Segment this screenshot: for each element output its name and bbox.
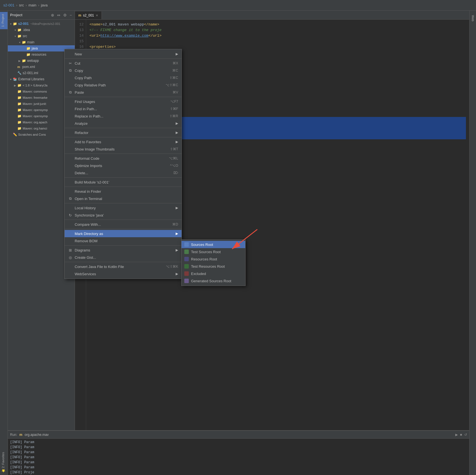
xml-icon: m (17, 65, 20, 69)
menu-item-optimize-imports[interactable]: Optimize Imports ^⌥O (65, 162, 182, 169)
separator (65, 187, 182, 187)
globe-icon[interactable]: ⊕ (50, 12, 55, 18)
menu-item-cut[interactable]: ✂Cut ⌘X (65, 60, 182, 67)
menu-item-synchronize[interactable]: ↻Synchronize 'java' (65, 211, 182, 219)
generated-sources-root-label: Generated Sources Root (191, 279, 231, 283)
submenu-item-resources-root[interactable]: Resources Root (182, 255, 245, 263)
lib-icon: 📁 (17, 102, 22, 106)
generated-sources-root-icon (184, 279, 189, 283)
split-icon[interactable]: ⇔ (56, 12, 61, 18)
submenu-arrow: ▶ (176, 52, 178, 56)
code-line-15 (89, 39, 466, 44)
menu-item-remove-bom[interactable]: Remove BOM (65, 237, 182, 244)
menu-item-create-gist[interactable]: ◎Create Gist... (65, 254, 182, 261)
gist-icon: ◎ (68, 255, 72, 260)
excluded-label: Excluded (191, 272, 206, 276)
arrow-svg (229, 227, 263, 255)
gear-icon[interactable]: ⚙ (63, 12, 67, 18)
right-tab-web[interactable]: Web (470, 13, 476, 23)
code-line-13: <!-- FIXME change it to the proje (89, 27, 466, 33)
menu-item-open-terminal[interactable]: ⧉Open in Terminal (65, 195, 182, 202)
submenu-arrow: ▶ (176, 248, 178, 252)
separator (65, 128, 182, 128)
tab-label: s2_001 (83, 13, 94, 17)
folder-icon: 📁 (17, 28, 22, 32)
tree-item-src[interactable]: ▾ 📁 src (8, 33, 75, 39)
minimize-icon[interactable]: − (69, 12, 72, 18)
menu-item-mark-directory[interactable]: Mark Directory as ▶ (65, 230, 182, 237)
submenu-arrow: ▶ (176, 140, 178, 144)
run-controls[interactable]: ▶ ■ ↺ (455, 433, 467, 437)
diagrams-icon: ⊞ (68, 248, 72, 252)
menu-item-webservices[interactable]: WebServices ▶ (65, 270, 182, 278)
test-sources-root-label: Test Sources Root (191, 250, 221, 254)
left-tab-project[interactable]: 1: Project (0, 12, 8, 29)
run-line-3: [INFO] Param (10, 450, 467, 455)
sync-icon: ↻ (68, 213, 72, 217)
left-tab-favorites[interactable]: ⭐ 2: Favorites (0, 450, 8, 475)
tree-item-idea[interactable]: ▾ 📁 .idea (8, 27, 75, 33)
separator (65, 245, 182, 246)
submenu-item-generated-sources-root[interactable]: Generated Sources Root (182, 277, 245, 284)
menu-item-convert-kotlin[interactable]: Convert Java File to Kotlin File ⌥⇧⌘K (65, 263, 182, 270)
menu-item-add-favorites[interactable]: Add to Favorites ▶ (65, 138, 182, 145)
lib-icon: 📁 (17, 90, 22, 93)
scratches-icon: ✏️ (13, 133, 17, 137)
test-resources-root-label: Test Resources Root (191, 264, 225, 269)
menu-item-find-path[interactable]: Find in Path... ⇧⌘F (65, 105, 182, 112)
folder-icon: 📁 (13, 22, 17, 26)
folder-icon: 📁 (22, 59, 26, 63)
excluded-icon (184, 271, 189, 276)
iml-icon: 🔧 (17, 71, 22, 75)
menu-item-delete[interactable]: Delete... ⌦ (65, 169, 182, 177)
menu-item-local-history[interactable]: Local History ▶ (65, 204, 182, 211)
sources-root-label: Sources Root (191, 243, 213, 247)
run-play-icon[interactable]: ▶ (455, 433, 458, 437)
close-tab-icon[interactable]: ✕ (96, 14, 98, 17)
separator (65, 220, 182, 220)
code-line-14: <url>http://www.example.com</url> (89, 33, 466, 39)
lib-icon: 📁 (17, 114, 22, 118)
resources-root-icon (184, 257, 189, 261)
run-rerun-icon[interactable]: ↺ (464, 433, 467, 437)
separator (65, 58, 182, 59)
menu-item-paste[interactable]: ⧉Paste ⌘V (65, 89, 182, 96)
menu-item-diagrams[interactable]: ⊞Diagrams ▶ (65, 246, 182, 254)
folder-icon: 📁 (26, 46, 30, 50)
menu-item-reveal-finder[interactable]: Reveal in Finder (65, 188, 182, 195)
menu-item-reformat[interactable]: Reformat Code ⌥⌘L (65, 155, 182, 162)
menu-item-build-module[interactable]: Build Module 's2-001' (65, 178, 182, 186)
tab-icon: m (78, 13, 81, 17)
menu-item-copy-path[interactable]: Copy Path ⇧⌘C (65, 74, 182, 81)
menu-item-compare[interactable]: Compare With... ⌘D (65, 221, 182, 228)
menu-item-analyze[interactable]: Analyze ▶ (65, 120, 182, 127)
lib-icon: 📚 (13, 77, 17, 81)
lib-icon: 📁 (17, 96, 22, 100)
submenu-item-test-resources-root[interactable]: Test Resources Root (182, 263, 245, 270)
menu-item-find-usages[interactable]: Find Usages ⌥F7 (65, 98, 182, 105)
folder-icon: 📁 (17, 83, 22, 87)
menu-item-refactor[interactable]: Refactor ▶ (65, 129, 182, 136)
submenu-item-excluded[interactable]: Excluded (182, 270, 245, 277)
editor-tab-s2001[interactable]: m s2_001 ✕ (75, 11, 102, 19)
lib-icon: 📁 (17, 108, 22, 112)
resources-root-label: Resources Root (191, 257, 217, 261)
separator (65, 203, 182, 203)
run-label: Run: (10, 433, 17, 437)
tree-item-s2-001[interactable]: ▾ 📁 s2-001 ~/IdeaProjects/s2-001 (8, 21, 75, 27)
menu-item-new[interactable]: New ▶ (65, 50, 182, 58)
submenu-arrow: ▶ (176, 206, 178, 210)
run-stop-icon[interactable]: ■ (460, 433, 462, 437)
separator (65, 154, 182, 154)
tree-item-main[interactable]: ▾ 📁 main (8, 39, 75, 45)
separator (65, 137, 182, 137)
menu-item-replace-path[interactable]: Replace in Path... ⇧⌘R (65, 112, 182, 120)
menu-item-show-thumbnails[interactable]: Show Image Thumbnails ⇧⌘T (65, 145, 182, 153)
sources-root-icon (184, 242, 189, 247)
run-panel-content: [INFO] Param [INFO] Param [INFO] Param [… (8, 439, 469, 475)
menu-item-copy[interactable]: ⧉Copy ⌘C (65, 67, 182, 74)
right-strip: Web (469, 11, 476, 475)
red-arrow-annotation (229, 227, 263, 255)
cut-icon: ✂ (68, 61, 72, 65)
menu-item-copy-rel-path[interactable]: Copy Relative Path ⌥⇧⌘C (65, 81, 182, 89)
